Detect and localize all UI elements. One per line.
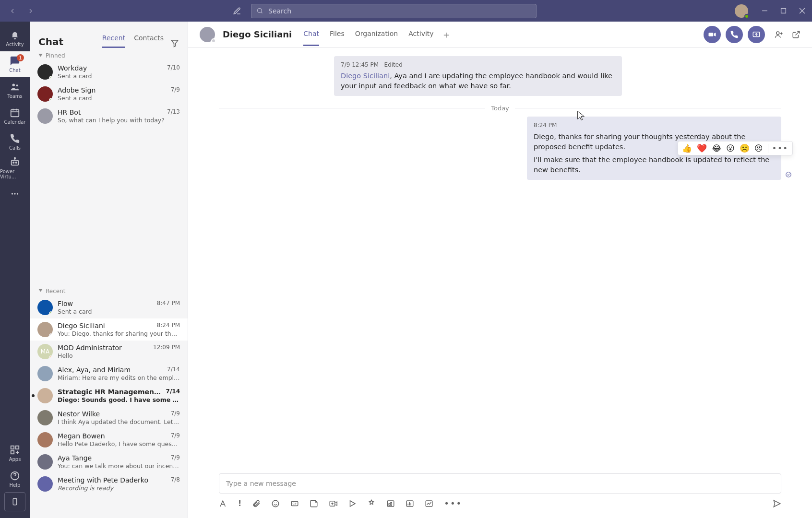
popout-chat-icon[interactable] <box>792 30 800 39</box>
chart-btn-3-icon[interactable] <box>425 499 433 508</box>
chat-name: Nestor Wilke <box>58 410 100 418</box>
reaction-more-icon[interactable]: ••• <box>768 144 788 153</box>
message-incoming[interactable]: 7/9 12:45 PM Edited Diego Siciliani, Aya… <box>334 56 622 96</box>
chat-list-item[interactable]: Nestor Wilke7/9I think Aya updated the d… <box>30 407 188 429</box>
rail-help[interactable]: Help <box>0 466 30 492</box>
message-composer: Type a new message ! GIF ••• <box>188 473 812 518</box>
rail-calendar[interactable]: Calendar <box>0 103 30 129</box>
nav-forward-icon[interactable] <box>27 7 35 15</box>
search-box[interactable] <box>251 4 537 18</box>
chat-list-item[interactable]: Diego Siciliani8:24 PMYou: Diego, thanks… <box>30 318 188 341</box>
filter-icon[interactable] <box>170 39 179 47</box>
schedule-meeting-icon[interactable] <box>329 499 337 508</box>
reaction-option[interactable]: 👍 <box>682 143 692 153</box>
svg-point-14 <box>16 162 17 163</box>
emoji-icon[interactable] <box>271 499 280 508</box>
svg-point-16 <box>14 157 15 158</box>
add-tab-icon[interactable]: ＋ <box>442 30 451 39</box>
rail-activity[interactable]: Activity <box>0 25 30 51</box>
new-chat-icon[interactable] <box>233 7 241 15</box>
rail-more[interactable] <box>0 181 30 207</box>
rail-calls[interactable]: Calls <box>0 129 30 155</box>
chat-list-item[interactable]: MAMOD Administrator12:09 PMHello <box>30 341 188 363</box>
chat-name: MOD Administrator <box>58 344 122 352</box>
reaction-option[interactable]: ❤️ <box>697 143 707 153</box>
video-call-button[interactable] <box>704 26 721 43</box>
presence-icon <box>49 355 53 359</box>
chat-time: 7/10 <box>167 64 180 72</box>
attach-icon[interactable] <box>252 499 261 508</box>
chat-list-item[interactable]: Flow8:47 PMSent a card <box>30 296 188 318</box>
chat-tab-organization[interactable]: Organization <box>355 23 398 46</box>
contact-avatar[interactable] <box>200 27 215 42</box>
chat-preview: Miriam: Here are my edits on the employe… <box>58 374 180 381</box>
search-input[interactable] <box>267 7 531 15</box>
sticker-icon[interactable] <box>310 499 318 508</box>
praise-icon[interactable] <box>367 499 376 508</box>
compose-more-icon[interactable]: ••• <box>444 498 462 508</box>
window-maximize-icon[interactable] <box>780 8 787 14</box>
format-icon[interactable] <box>219 499 227 508</box>
window-minimize-icon[interactable] <box>762 8 768 14</box>
compose-input[interactable]: Type a new message <box>219 473 781 494</box>
get-mobile-app[interactable] <box>4 492 25 511</box>
window-close-icon[interactable] <box>799 8 805 14</box>
reaction-option[interactable]: 😠 <box>754 143 763 153</box>
rail-label: Activity <box>6 42 24 47</box>
rail-teams[interactable]: Teams <box>0 77 30 103</box>
mention-link[interactable]: Diego Siciliani <box>341 72 390 80</box>
svg-marker-29 <box>171 40 178 47</box>
chat-list-item[interactable]: Megan Bowen7/9Hello Pete Daderko, I have… <box>30 429 188 451</box>
rail-chat[interactable]: 1Chat <box>0 51 30 77</box>
section-recent[interactable]: Recent <box>30 283 188 296</box>
chat-tab-activity[interactable]: Activity <box>408 23 433 46</box>
svg-line-1 <box>261 12 262 13</box>
chat-time: 7/14 <box>167 366 180 374</box>
add-people-icon[interactable] <box>775 30 783 39</box>
reaction-option[interactable]: 😮 <box>726 143 735 153</box>
rail-power[interactable]: Power Virtu... <box>0 155 30 181</box>
rail-apps[interactable]: Apps <box>0 440 30 466</box>
audio-call-button[interactable] <box>726 26 743 43</box>
chart-btn-1-icon[interactable] <box>386 499 395 508</box>
presence-icon <box>49 311 53 315</box>
chat-list-item[interactable]: Adobe Sign7/9Sent a card <box>30 83 188 105</box>
rail-label: Apps <box>9 457 21 462</box>
chart-btn-2-icon[interactable] <box>406 499 414 508</box>
send-button[interactable] <box>773 499 781 508</box>
chat-list-item[interactable]: HR Bot7/13So, what can I help you with t… <box>30 105 188 127</box>
chat-list-item[interactable]: Strategic HR Management and Plan…7/14Die… <box>30 385 188 407</box>
reaction-option[interactable]: 😂 <box>712 143 721 153</box>
svg-rect-3 <box>781 9 786 13</box>
chat-tab-chat[interactable]: Chat <box>303 23 319 46</box>
chat-list-item[interactable]: Alex, Aya, and Miriam7/14Miriam: Here ar… <box>30 363 188 385</box>
chat-list-item[interactable]: Workday7/10Sent a card <box>30 61 188 83</box>
chatlist-tab-contacts[interactable]: Contacts <box>134 30 164 48</box>
reaction-option[interactable]: ☹️ <box>740 143 750 153</box>
chat-header: Diego Siciliani ChatFilesOrganizationAct… <box>188 22 812 47</box>
chatlist-tab-recent[interactable]: Recent <box>102 30 125 48</box>
avatar <box>37 366 53 381</box>
share-screen-button[interactable] <box>748 26 765 43</box>
chat-preview: You: Diego, thanks for sharing your thou… <box>58 330 180 337</box>
reaction-picker[interactable]: 👍❤️😂😮☹️😠••• <box>678 141 793 155</box>
svg-marker-31 <box>38 289 43 292</box>
rail-label: Help <box>10 483 21 488</box>
me-avatar[interactable] <box>735 4 748 18</box>
svg-rect-12 <box>12 160 19 165</box>
section-pinned[interactable]: Pinned <box>30 47 188 61</box>
chat-time: 7/9 <box>171 432 180 440</box>
badge: 1 <box>17 54 24 61</box>
message-thread[interactable]: 7/9 12:45 PM Edited Diego Siciliani, Aya… <box>188 47 812 473</box>
svg-marker-58 <box>774 500 780 507</box>
avatar <box>37 432 53 447</box>
svg-marker-49 <box>350 501 356 506</box>
priority-icon[interactable]: ! <box>238 499 241 508</box>
nav-back-icon[interactable] <box>9 7 16 15</box>
chat-tab-files[interactable]: Files <box>330 23 345 46</box>
gif-icon[interactable]: GIF <box>290 499 299 508</box>
chat-list-item[interactable]: Meeting with Pete Daderko7/8Recording is… <box>30 473 188 495</box>
stream-icon[interactable] <box>348 499 357 508</box>
svg-rect-52 <box>391 502 392 505</box>
chat-list-item[interactable]: Aya Tange7/9You: can we talk more about … <box>30 451 188 473</box>
